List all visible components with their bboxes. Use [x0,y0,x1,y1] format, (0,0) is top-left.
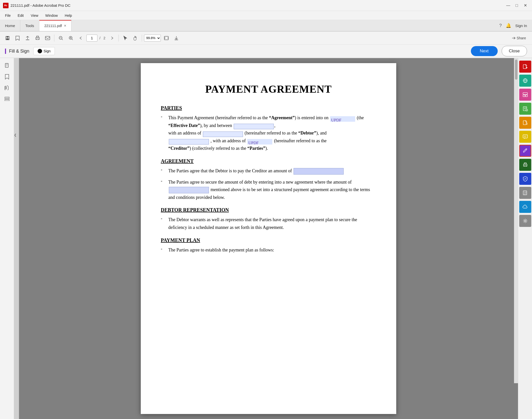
document-title: PAYMENT AGREEMENT [161,83,376,95]
payment-amount-field[interactable] [294,168,344,175]
effective-date-field[interactable]: UPDF [330,116,355,122]
tab-tools[interactable]: Tools [20,20,39,31]
sidebar-icon-bookmarks[interactable] [3,72,12,81]
title-bar: Ac 221111.pdf - Adobe Acrobat Pro DC — □… [0,0,532,11]
help-icon[interactable]: ? [499,23,502,28]
window-title: 221111.pdf - Adobe Acrobat Pro DC [11,3,70,8]
menu-file[interactable]: File [2,13,14,19]
svg-rect-10 [164,36,168,40]
section-agreement-heading: AGREEMENT [161,158,376,164]
sidebar-icon-layers[interactable] [3,94,12,103]
share-button[interactable]: Share [509,34,529,43]
menu-bar: File Edit View Window Help [0,11,532,20]
close-button[interactable]: ✕ [521,2,529,9]
upload-button[interactable] [23,34,32,43]
section-payment-plan-heading: PAYMENT PLAN [161,237,376,243]
fill-sign-bar: Fill & Sign Sign Next Close [0,45,532,58]
close-fill-sign-button[interactable]: Close [502,46,527,56]
rs-icon-protect[interactable] [519,173,531,185]
creditor-name-field[interactable] [169,139,209,145]
rs-icon-comment[interactable] [519,131,531,143]
pdf-page: PAYMENT AGREEMENT PARTIES - This Payment… [141,63,396,414]
menu-view[interactable]: View [28,13,41,19]
section-debtor-rep-heading: DEBTOR REPRESENTATION [161,207,376,213]
bullet-dash: - [161,114,168,152]
svg-rect-1 [7,36,9,38]
save-button[interactable] [3,34,12,43]
previous-page-button[interactable] [76,34,85,43]
sidebar-collapse-button[interactable]: ❮ [14,58,19,419]
agreement-text-2: The Parties agree to secure the amount o… [168,178,376,201]
rs-icon-edit-sign[interactable] [519,145,531,157]
rs-icon-cloud[interactable] [519,201,531,213]
rs-icon-settings[interactable] [519,215,531,227]
rs-icon-pdf-tools[interactable] [519,187,531,199]
payment-plan-bullet-1: - The Parties agree to establish the pay… [161,246,376,254]
svg-rect-7 [45,36,50,40]
parties-text-1: This Payment Agreement (hereinafter refe… [168,114,376,152]
rs-icon-layout[interactable] [519,89,531,101]
next-page-button[interactable] [107,34,116,43]
bullet-dash-5: - [161,246,168,254]
notification-icon: 🔔 [506,23,511,28]
svg-point-32 [524,220,526,222]
bookmark-button[interactable] [13,34,22,43]
sidebar-icon-pages[interactable] [3,61,12,70]
debtor-address-field[interactable] [203,131,243,137]
debtor-rep-text-1: The Debtor warrants as well as represent… [168,216,376,231]
svg-rect-6 [37,39,39,40]
svg-rect-18 [5,100,9,101]
next-button[interactable]: Next [471,46,498,56]
tab-close-button[interactable]: × [64,24,66,28]
page-total: 2 [103,36,105,40]
svg-rect-11 [175,40,178,40]
debtor-rep-bullet-1: - The Debtor warrants as well as represe… [161,216,376,231]
svg-rect-22 [523,95,525,97]
menu-help[interactable]: Help [62,13,75,19]
tab-home[interactable]: Home [0,20,20,31]
email-button[interactable] [43,34,52,43]
right-sidebar [518,58,532,419]
svg-rect-23 [525,95,527,97]
sign-button[interactable]: Sign [33,47,55,55]
rs-icon-translate[interactable] [519,75,531,87]
svg-rect-21 [523,93,527,94]
rs-icon-add-pdf[interactable] [519,61,531,73]
svg-rect-29 [524,163,526,164]
svg-rect-15 [6,66,7,66]
debtor-name-field[interactable] [234,124,274,129]
menu-edit[interactable]: Edit [15,13,27,19]
sign-in-button[interactable]: Sign In [515,24,527,28]
fit-page-button[interactable] [162,34,171,43]
download-button[interactable] [172,34,181,43]
toolbar: 1 / 2 99.8% 50% 75% 100% 125% 150% Share [0,32,532,45]
sidebar-icon-attachments[interactable] [3,83,12,92]
tab-file[interactable]: 221111.pdf × [39,20,71,31]
svg-rect-13 [6,64,8,64]
bullet-dash-3: - [161,178,168,201]
zoom-in-button[interactable] [66,34,75,43]
page-separator: / [99,36,100,40]
scrollbar[interactable] [514,58,518,383]
creditor-address-field[interactable]: UPDF [247,139,272,145]
menu-window[interactable]: Window [42,13,61,19]
page-number-input[interactable]: 1 [86,35,97,42]
print-button[interactable] [33,34,42,43]
debt-amount-field[interactable] [169,187,209,193]
svg-point-25 [526,109,528,111]
zoom-select[interactable]: 99.8% 50% 75% 100% 125% 150% [144,35,161,42]
zoom-out-button[interactable] [56,34,65,43]
hand-tool-button[interactable] [131,34,140,43]
maximize-button[interactable]: □ [513,2,520,9]
app-icon: Ac [3,3,9,8]
agreement-bullet-1: - The Parties agree that the Debtor is t… [161,167,376,175]
tab-bar-right: ? 🔔 Sign In [499,20,532,31]
svg-rect-27 [523,135,527,138]
rs-icon-enhance[interactable] [519,103,531,115]
rs-icon-print[interactable] [519,159,531,171]
select-tool-button[interactable] [121,34,130,43]
minimize-button[interactable]: — [504,2,512,9]
rs-icon-export[interactable] [519,117,531,129]
svg-rect-3 [26,40,29,40]
scroll-thumb[interactable] [515,60,517,80]
